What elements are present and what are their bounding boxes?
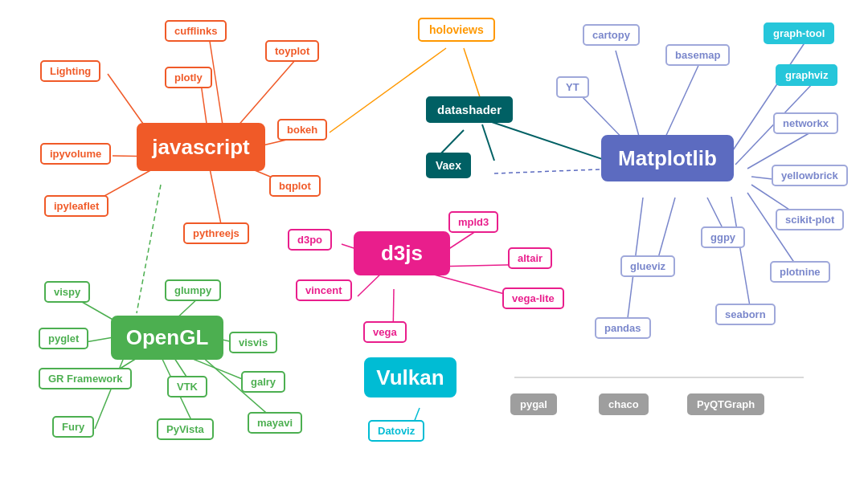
javascript-label: javascript (152, 135, 249, 160)
datashader-node[interactable]: datashader (426, 96, 513, 123)
svg-line-23 (95, 356, 125, 429)
cartopy-node[interactable]: cartopy (583, 24, 640, 46)
networkx-node[interactable]: networkx (773, 112, 838, 134)
pyglet-node[interactable]: pyglet (39, 328, 88, 349)
glueviz-node[interactable]: glueviz (620, 255, 675, 277)
pygal-node[interactable]: pygal (510, 393, 557, 415)
vtk-node[interactable]: VTK (167, 376, 207, 398)
holoviews-node[interactable]: holoviews (418, 18, 495, 42)
opengl-label: OpenGL (126, 325, 209, 350)
lighting-node[interactable]: Lighting (40, 60, 100, 82)
bqplot-node[interactable]: bqplot (269, 175, 321, 197)
svg-line-30 (723, 39, 807, 165)
pyqtgraph-node[interactable]: PyQTGraph (687, 393, 764, 415)
mayavi-node[interactable]: mayavi (248, 412, 302, 434)
vispy-node[interactable]: vispy (44, 281, 90, 303)
d3po-node[interactable]: d3po (288, 229, 332, 251)
fury-node[interactable]: Fury (52, 416, 94, 438)
matplotlib-hub[interactable]: Matplotlib (601, 135, 734, 181)
seaborn-node[interactable]: seaborn (715, 304, 776, 325)
plotly-node[interactable]: plotly (165, 67, 212, 88)
mindmap-canvas: javascript cufflinks plotly toyplot boke… (0, 0, 868, 477)
mpld3-node[interactable]: mpld3 (448, 211, 498, 233)
visvis-node[interactable]: visvis (229, 332, 277, 353)
galry-node[interactable]: galry (241, 371, 285, 393)
grframework-node[interactable]: GR Framework (39, 368, 132, 389)
chaco-node[interactable]: chaco (599, 393, 649, 415)
svg-line-41 (482, 124, 494, 161)
opengl-hub[interactable]: OpenGL (111, 316, 223, 360)
altair-node[interactable]: altair (508, 247, 552, 269)
svg-line-32 (747, 132, 812, 169)
plotnine-node[interactable]: plotnine (770, 261, 830, 283)
pandas-node[interactable]: pandas (595, 317, 651, 339)
yellowbrick-node[interactable]: yellowbrick (772, 165, 848, 186)
svg-line-45 (494, 169, 619, 173)
ipyvolume-node[interactable]: ipyvolume (40, 143, 111, 165)
glumpy-node[interactable]: glumpy (165, 279, 221, 301)
svg-line-36 (731, 197, 752, 320)
javascript-hub[interactable]: javascript (137, 123, 265, 171)
matplotlib-label: Matplotlib (618, 146, 717, 171)
graphviz-node[interactable]: graphviz (776, 64, 837, 86)
vega-node[interactable]: vega (363, 321, 407, 343)
vegalite-node[interactable]: vega-lite (502, 287, 564, 309)
basemap-node[interactable]: basemap (665, 44, 730, 66)
cufflinks-node[interactable]: cufflinks (165, 20, 227, 42)
ggpy-node[interactable]: ggpy (701, 226, 745, 248)
vaex-node[interactable]: Vaex (426, 153, 471, 178)
ipyleaflet-node[interactable]: ipyleaflet (44, 195, 108, 217)
yt-node[interactable]: YT (556, 76, 589, 98)
pythreejs-node[interactable]: pythreejs (183, 222, 249, 244)
toyplot-node[interactable]: toyplot (265, 40, 319, 62)
vulkan-hub[interactable]: Vulkan (364, 357, 457, 398)
vulkan-label: Vulkan (376, 365, 444, 390)
svg-line-9 (137, 185, 161, 313)
bokeh-node[interactable]: bokeh (277, 119, 327, 141)
vincent-node[interactable]: vincent (296, 279, 352, 301)
scikitplot-node[interactable]: scikit-plot (776, 209, 844, 230)
d3js-hub[interactable]: d3js (354, 231, 450, 275)
pyvista-node[interactable]: PyVista (157, 418, 214, 440)
svg-line-40 (482, 119, 619, 165)
datoviz-node[interactable]: Datoviz (368, 420, 424, 442)
graphtool-node[interactable]: graph-tool (764, 22, 834, 44)
d3js-label: d3js (381, 241, 423, 266)
